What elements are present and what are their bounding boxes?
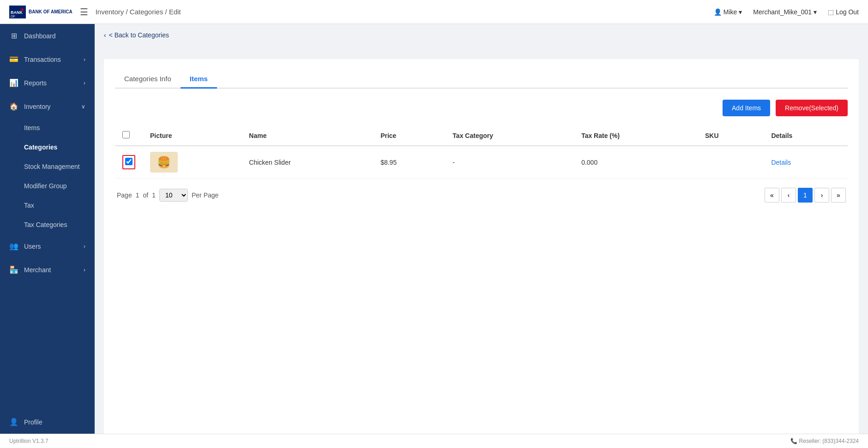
pagination-bar: Page 1 of 1 10 25 50 100 Per Page « ‹ 1 [115,188,848,203]
sidebar-item-label: Transactions [24,56,61,63]
sidebar-item-reports[interactable]: 📊 Reports › [0,71,95,95]
col-header-picture: Picture [143,125,241,146]
pagination-controls: « ‹ 1 › » [765,188,846,203]
sidebar-item-tax-categories[interactable]: Tax Categories [0,215,95,234]
tab-bar: Categories Info Items [115,70,848,89]
sidebar-sub-label: Tax [24,202,34,209]
col-header-price: Price [373,125,445,146]
row-name-cell: Chicken Slider [241,146,373,179]
svg-text:OF: OF [11,15,15,18]
logout-label: Log Out [836,8,859,16]
sidebar-item-label: Dashboard [24,32,56,40]
merchant-button[interactable]: Merchant_Mike_001 ▾ [753,8,817,16]
sidebar-item-label: Merchant [24,266,51,274]
sidebar: ⊞ Dashboard 💳 Transactions › 📊 Reports ›… [0,24,95,434]
col-header-details: Details [764,125,848,146]
breadcrumb-sep1: / [126,8,130,16]
chevron-down-icon: ∨ [81,103,85,110]
row-tax-rate-cell: 0.000 [574,146,698,179]
tab-categories-info[interactable]: Categories Info [115,70,181,89]
last-page-button[interactable]: » [831,188,846,203]
breadcrumb: Inventory / Categories / Edit [96,8,181,16]
col-header-tax-category: Tax Category [445,125,574,146]
table-row: 🍔 Chicken Slider $8.95 - 0.000 Details [115,146,848,179]
back-to-categories-link[interactable]: ‹ < Back to Categories [104,31,169,39]
breadcrumb-categories[interactable]: Categories [130,8,163,16]
prev-page-button[interactable]: ‹ [781,188,796,203]
sidebar-item-label: Reports [24,79,47,87]
action-bar: Add Items Remove(Selected) [115,100,848,116]
sidebar-sub-label: Tax Categories [24,221,67,228]
col-header-tax-rate: Tax Rate (%) [574,125,698,146]
breadcrumb-edit: Edit [169,8,181,16]
dashboard-icon: ⊞ [9,31,18,40]
total-pages: 1 [152,191,156,199]
sidebar-item-categories[interactable]: Categories [0,137,95,157]
tab-items[interactable]: Items [181,70,217,89]
sidebar-item-inventory[interactable]: 🏠 Inventory ∨ [0,95,95,118]
sidebar-item-profile[interactable]: 👤 Profile [0,410,95,434]
pagination-info: Page 1 of 1 10 25 50 100 Per Page [117,189,218,202]
row-picture-cell: 🍔 [143,146,241,179]
col-header-checkbox [115,125,143,146]
row-tax-category-cell: - [445,146,574,179]
next-page-button[interactable]: › [814,188,829,203]
sidebar-item-modifier-group[interactable]: Modifier Group [0,176,95,196]
merchant-label: Merchant_Mike_001 [753,8,812,16]
per-page-select[interactable]: 10 25 50 100 [159,189,188,202]
col-header-sku: SKU [698,125,764,146]
transactions-icon: 💳 [9,55,18,64]
sidebar-item-label: Inventory [24,103,51,110]
user-label: Mike [723,8,737,16]
select-all-checkbox[interactable] [122,131,130,138]
profile-icon: 👤 [9,418,18,426]
bank-logo-icon: BANK OF [9,6,26,18]
row-checkbox[interactable] [125,158,133,165]
current-page-button[interactable]: 1 [798,188,813,203]
sidebar-item-items[interactable]: Items [0,118,95,137]
page-label: Page [117,191,132,199]
back-link-label: < Back to Categories [109,31,169,39]
chevron-right-icon: › [84,56,85,63]
sidebar-item-dashboard[interactable]: ⊞ Dashboard [0,24,95,48]
add-items-button[interactable]: Add Items [723,100,770,116]
footer-reseller: 📞 Reseller: (833)344-2324 [790,438,859,444]
page-footer: Uptrillion V1.3.7 📞 Reseller: (833)344-2… [0,434,868,448]
merchant-chevron-icon: ▾ [814,8,817,16]
user-button[interactable]: 👤 Mike ▾ [714,8,742,16]
sidebar-item-label: Profile [24,418,42,426]
logo: BANK OF BANK OF AMERICA [9,6,72,18]
sidebar-sub-label: Modifier Group [24,182,67,190]
row-details-link[interactable]: Details [771,159,791,166]
main-content: ‹ < Back to Categories Categories Info I… [95,24,868,434]
row-price-cell: $8.95 [373,146,445,179]
sidebar-item-stock-management[interactable]: Stock Management [0,157,95,176]
row-sku-cell [698,146,764,179]
reports-icon: 📊 [9,78,18,87]
tab-label: Items [190,75,208,83]
sidebar-item-label: Users [24,243,41,250]
merchant-icon: 🏪 [9,265,18,274]
breadcrumb-inventory[interactable]: Inventory [96,8,124,16]
breadcrumb-sep2: / [165,8,169,16]
logout-icon: ⬚ [828,8,834,16]
sidebar-item-transactions[interactable]: 💳 Transactions › [0,48,95,71]
per-page-label: Per Page [192,191,218,199]
tab-label: Categories Info [124,75,171,83]
inventory-icon: 🏠 [9,102,18,111]
first-page-button[interactable]: « [765,188,779,203]
item-image: 🍔 [150,152,178,173]
sidebar-sub-label: Items [24,124,40,131]
hamburger-button[interactable]: ☰ [80,6,88,18]
sidebar-item-users[interactable]: 👥 Users › [0,234,95,258]
sidebar-sub-label: Categories [24,143,57,151]
row-checkbox-cell [115,146,143,179]
row-details-cell: Details [764,146,848,179]
sidebar-item-tax[interactable]: Tax [0,196,95,215]
footer-version: Uptrillion V1.3.7 [9,438,48,444]
content-area: Categories Info Items Add Items Remove(S… [104,59,859,434]
chevron-right-icon: › [84,243,85,250]
logout-button[interactable]: ⬚ Log Out [828,8,859,16]
sidebar-item-merchant[interactable]: 🏪 Merchant › [0,258,95,281]
remove-selected-button[interactable]: Remove(Selected) [776,100,848,116]
